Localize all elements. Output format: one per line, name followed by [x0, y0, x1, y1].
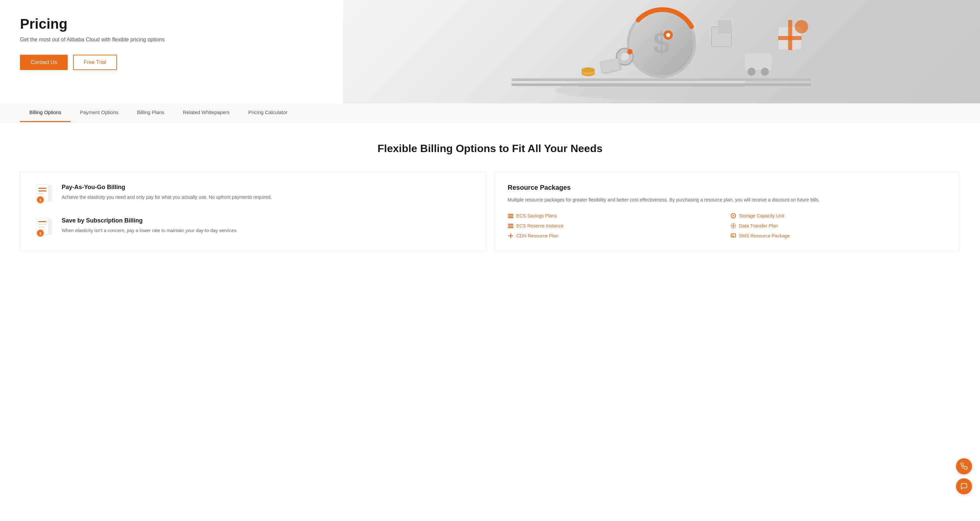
svg-rect-41: [508, 215, 513, 217]
billing-types-card: $ Pay-As-You-Go Billing Achieve the elas…: [20, 171, 486, 251]
payg-icon-box: $: [33, 184, 55, 205]
svg-rect-35: [38, 224, 46, 225]
main-content: Flexible Billing Options to Fit All Your…: [0, 123, 980, 271]
svg-rect-46: [508, 225, 513, 226]
hero-background: $: [343, 0, 980, 104]
svg-rect-13: [788, 20, 792, 50]
svg-rect-42: [508, 217, 513, 218]
payg-billing-item: $ Pay-As-You-Go Billing Achieve the elas…: [33, 184, 473, 205]
transfer-icon: [730, 223, 737, 229]
svg-rect-36: [38, 226, 45, 228]
tab-pricing-calculator[interactable]: Pricing Calculator: [239, 104, 297, 122]
resource-packages-description: Multiple resource packages for greater f…: [508, 196, 947, 204]
nav-tabs: Billing Options Payment Options Billing …: [0, 104, 980, 123]
svg-point-20: [582, 67, 595, 73]
svg-rect-9: [745, 53, 772, 70]
svg-rect-45: [508, 224, 513, 225]
hero-title: Pricing: [20, 16, 193, 32]
tab-related-whitepapers[interactable]: Related Whitepapers: [173, 104, 239, 122]
svg-point-10: [748, 68, 756, 76]
hero-illustration: $: [343, 0, 980, 104]
hero-buttons: Contact Us Free Trial: [20, 55, 193, 70]
message-icon: [730, 233, 737, 239]
svg-rect-27: [38, 188, 46, 189]
payg-text: Pay-As-You-Go Billing Achieve the elasti…: [62, 184, 272, 201]
svg-rect-34: [38, 221, 46, 222]
svg-point-44: [733, 215, 734, 217]
svg-rect-40: [508, 214, 513, 215]
list-icon-1: [508, 213, 514, 219]
ecs-savings-link[interactable]: ECS Savings Plans: [508, 213, 724, 219]
subscription-text: Save by Subscription Billing When elasti…: [62, 217, 238, 234]
svg-point-11: [761, 68, 769, 76]
storage-capacity-link[interactable]: Storage Capacity Unit: [730, 213, 947, 219]
svg-rect-47: [508, 227, 513, 228]
resource-packages-title: Resource Packages: [508, 184, 947, 191]
hero-section: $: [0, 0, 980, 104]
tab-payment-options[interactable]: Payment Options: [71, 104, 128, 122]
hero-subtitle: Get the most out of Alibaba Cloud with f…: [20, 37, 193, 43]
svg-point-15: [795, 20, 808, 33]
list-icon-2: [508, 223, 514, 229]
svg-rect-29: [38, 193, 44, 194]
svg-rect-28: [38, 190, 46, 191]
svg-point-24: [667, 33, 670, 37]
section-title: Flexible Billing Options to Fit All Your…: [20, 142, 960, 155]
svg-rect-14: [778, 36, 802, 40]
tab-billing-plans[interactable]: Billing Plans: [128, 104, 173, 122]
subscription-icon-box: $: [33, 217, 55, 239]
ecs-reserve-link[interactable]: ECS Reserve Instance: [508, 223, 724, 229]
resource-links-grid: ECS Savings Plans Storage Capacity Unit …: [508, 213, 947, 239]
svg-rect-21: [512, 78, 812, 81]
free-trial-button[interactable]: Free Trial: [73, 55, 117, 70]
svg-point-5: [621, 53, 629, 61]
contact-us-button[interactable]: Contact Us: [20, 55, 68, 70]
subscription-icon: $: [35, 217, 54, 239]
payg-icon: $: [35, 184, 54, 205]
data-transfer-link[interactable]: Data Transfer Plan: [730, 223, 947, 229]
svg-point-6: [627, 49, 633, 54]
svg-text:$: $: [39, 232, 41, 236]
svg-text:$: $: [39, 198, 41, 202]
hero-content: Pricing Get the most out of Alibaba Clou…: [20, 16, 193, 70]
cdn-resource-link[interactable]: CDN Resource Plan: [508, 233, 724, 239]
cards-grid: $ Pay-As-You-Go Billing Achieve the elas…: [20, 171, 960, 251]
sms-resource-link[interactable]: SMS Resource Package: [730, 233, 947, 239]
tab-billing-options[interactable]: Billing Options: [20, 104, 71, 122]
cross-icon: [508, 233, 514, 239]
svg-rect-49: [731, 234, 736, 237]
storage-icon: [730, 213, 737, 219]
svg-rect-22: [512, 83, 812, 86]
subscription-billing-item: $ Save by Subscription Billing When elas…: [33, 217, 473, 239]
resource-packages-card: Resource Packages Multiple resource pack…: [494, 171, 960, 251]
svg-rect-8: [718, 20, 732, 33]
